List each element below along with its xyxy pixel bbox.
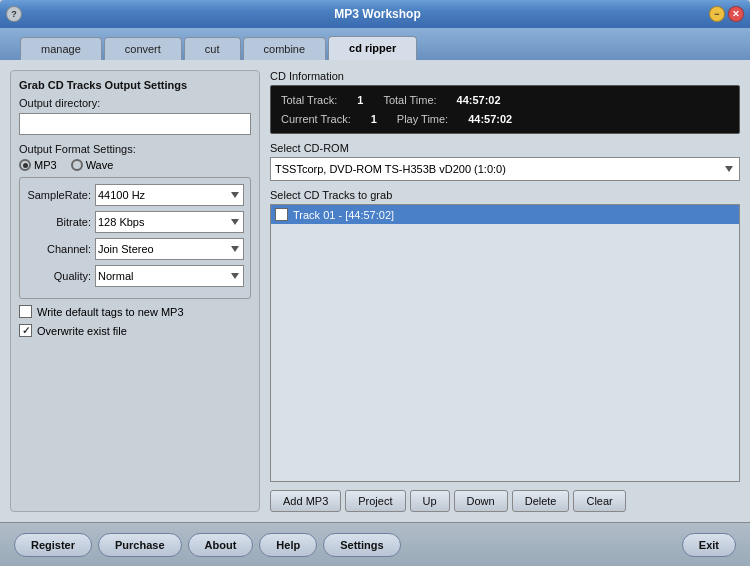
format-settings: Output Format Settings: MP3 Wave [19,143,251,171]
radio-mp3-dot [19,159,31,171]
overwrite-checkbox[interactable] [19,324,32,337]
left-panel-title: Grab CD Tracks Output Settings [19,79,251,91]
bitrate-row: Bitrate: 128 Kbps [26,211,244,233]
tab-convert[interactable]: convert [104,37,182,60]
quality-select[interactable]: Normal [95,265,244,287]
main-content: Grab CD Tracks Output Settings Output di… [0,60,750,522]
settings-button[interactable]: Settings [323,533,400,557]
channel-row: Channel: Join Stereo [26,238,244,260]
cdrom-select[interactable]: TSSTcorp, DVD-ROM TS-H353B vD200 (1:0:0) [270,157,740,181]
bottom-bar: Register Purchase About Help Settings Ex… [0,522,750,566]
right-panel: CD Information Total Track: 1 Total Time… [270,70,740,512]
total-time-key: Total Time: [383,91,436,110]
total-time-val: 44:57:02 [457,91,501,110]
bitrate-label: Bitrate: [26,216,91,228]
play-time-key: Play Time: [397,110,448,129]
title-bar: ? MP3 Workshop − ✕ [0,0,750,28]
project-button[interactable]: Project [345,490,405,512]
write-tags-row: Write default tags to new MP3 [19,305,251,318]
bitrate-select[interactable]: 128 Kbps [95,211,244,233]
minimize-btn[interactable]: − [709,6,725,22]
write-tags-checkbox[interactable] [19,305,32,318]
help-title-btn[interactable]: ? [6,6,22,22]
current-track-key: Current Track: [281,110,351,129]
register-button[interactable]: Register [14,533,92,557]
total-track-val: 1 [357,91,363,110]
action-buttons: Add MP3 Project Up Down Delete Clear [270,490,740,512]
radio-mp3-label: MP3 [34,159,57,171]
tab-cut[interactable]: cut [184,37,241,60]
radio-wave-label: Wave [86,159,114,171]
cdrom-label: Select CD-ROM [270,142,740,154]
radio-wave[interactable]: Wave [71,159,114,171]
exit-button[interactable]: Exit [682,533,736,557]
radio-wave-dot [71,159,83,171]
total-track-key: Total Track: [281,91,337,110]
up-button[interactable]: Up [410,490,450,512]
radio-mp3[interactable]: MP3 [19,159,57,171]
purchase-button[interactable]: Purchase [98,533,182,557]
current-track-val: 1 [371,110,377,129]
track-label: Track 01 - [44:57:02] [293,209,394,221]
write-tags-label: Write default tags to new MP3 [37,306,184,318]
output-dir-label: Output directory: [19,97,251,109]
cd-info-section: CD Information Total Track: 1 Total Time… [270,70,740,134]
bottom-left-buttons: Register Purchase About Help Settings [14,533,401,557]
tab-bar: manage convert cut combine cd ripper [0,28,750,60]
window-title: MP3 Workshop [46,7,709,21]
track-list-label: Select CD Tracks to grab [270,189,740,201]
overwrite-label: Overwrite exist file [37,325,127,337]
delete-button[interactable]: Delete [512,490,570,512]
format-radio-group: MP3 Wave [19,159,251,171]
sample-rate-row: SampleRate: 44100 Hz [26,184,244,206]
track-item[interactable]: Track 01 - [44:57:02] [271,205,739,224]
help-button[interactable]: Help [259,533,317,557]
quality-label: Quality: [26,270,91,282]
overwrite-row: Overwrite exist file [19,324,251,337]
cd-info-row-2: Current Track: 1 Play Time: 44:57:02 [281,110,729,129]
tab-cd-ripper[interactable]: cd ripper [328,36,417,60]
cdrom-section: Select CD-ROM TSSTcorp, DVD-ROM TS-H353B… [270,142,740,181]
sample-rate-label: SampleRate: [26,189,91,201]
sample-rate-select[interactable]: 44100 Hz [95,184,244,206]
track-checkbox[interactable] [275,208,288,221]
play-time-val: 44:57:02 [468,110,512,129]
track-list[interactable]: Track 01 - [44:57:02] [270,204,740,482]
tab-combine[interactable]: combine [243,37,327,60]
left-panel: Grab CD Tracks Output Settings Output di… [10,70,260,512]
add-mp3-button[interactable]: Add MP3 [270,490,341,512]
format-settings-label: Output Format Settings: [19,143,251,155]
about-button[interactable]: About [188,533,254,557]
quality-row: Quality: Normal [26,265,244,287]
track-section: Select CD Tracks to grab Track 01 - [44:… [270,189,740,482]
clear-button[interactable]: Clear [573,490,625,512]
channel-select[interactable]: Join Stereo [95,238,244,260]
cd-info-box: Total Track: 1 Total Time: 44:57:02 Curr… [270,85,740,134]
output-dir-input[interactable] [19,113,251,135]
channel-label: Channel: [26,243,91,255]
down-button[interactable]: Down [454,490,508,512]
tab-manage[interactable]: manage [20,37,102,60]
cd-info-label: CD Information [270,70,740,82]
cd-info-row-1: Total Track: 1 Total Time: 44:57:02 [281,91,729,110]
settings-box: SampleRate: 44100 Hz Bitrate: 128 Kbps C… [19,177,251,299]
close-btn[interactable]: ✕ [728,6,744,22]
